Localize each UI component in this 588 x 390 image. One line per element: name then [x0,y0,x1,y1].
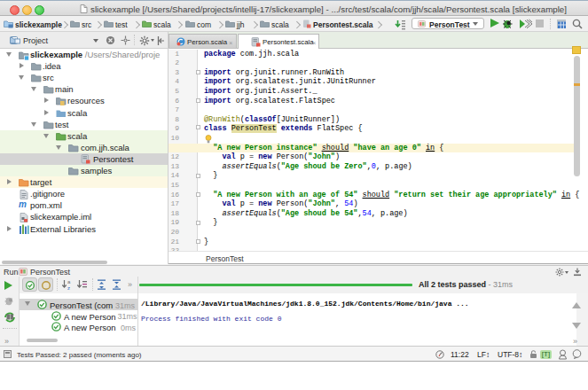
svg-text:a: a [67,279,71,285]
svg-text:z: z [67,285,70,291]
